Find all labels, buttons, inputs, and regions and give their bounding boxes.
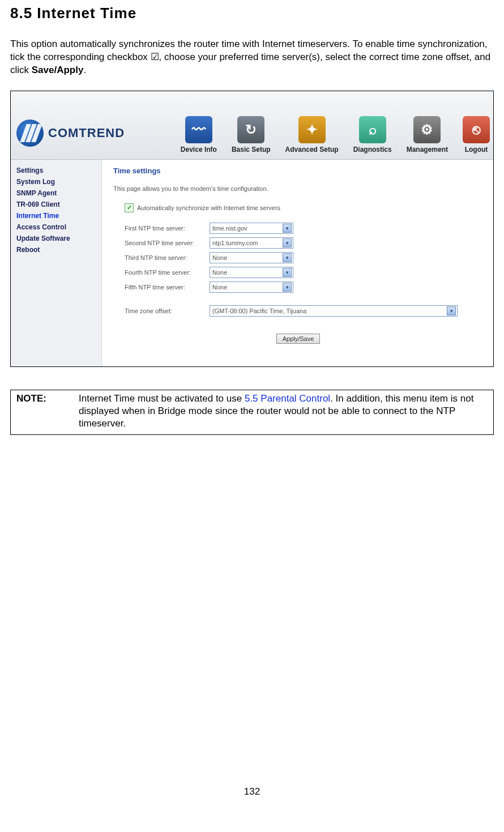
ntp-row-5: Fifth NTP time server: None ▾ [113,281,483,293]
ntp-row-2: Second NTP time server: ntp1.tummy.com ▾ [113,237,483,249]
panel-title: Time settings [113,167,483,175]
ntp-label: First NTP time server: [113,225,210,232]
checkbox-glyph: ☑ [151,52,159,62]
note-label: NOTE: [11,390,74,434]
nav-diagnostics[interactable]: ⌕ Diagnostics [353,116,392,153]
ntp-row-3: Third NTP time server: None ▾ [113,252,483,263]
note-before: Internet Time must be activated to use [79,393,245,404]
ntp-select-1[interactable]: time.nist.gov ▾ [210,223,293,234]
sidebar: Settings System Log SNMP Agent TR-069 Cl… [11,160,102,366]
ntp-label: Second NTP time server: [113,240,210,246]
nav-basic-setup[interactable]: ↻ Basic Setup [232,116,271,153]
nav-label: Device Info [181,146,217,153]
basic-setup-icon: ↻ [237,116,264,143]
nav-label: Basic Setup [232,146,271,153]
page-number: 132 [10,786,494,803]
apply-save-button[interactable]: Apply/Save [276,334,321,344]
intro-text-3: . [83,65,86,75]
device-info-icon: 〰 [185,116,212,143]
sidebar-item-internet-time[interactable]: Internet Time [16,212,96,220]
nav-label: Logout [465,146,488,153]
note-box: NOTE: Internet Time must be activated to… [10,390,494,435]
note-link[interactable]: 5.5 Parental Control [245,393,330,404]
nav-label: Management [407,146,448,153]
nav-label: Advanced Setup [285,146,339,153]
nav-device-info[interactable]: 〰 Device Info [181,116,217,153]
logo-icon [16,120,44,147]
nav-management[interactable]: ⚙ Management [407,116,448,153]
nav-logout[interactable]: ⎋ Logout [463,116,490,153]
section-heading: 8.5 Internet Time [10,5,494,22]
sidebar-item-reboot[interactable]: Reboot [16,246,96,254]
router-screenshot: COMTREND 〰 Device Info ↻ Basic Setup ✦ A… [10,91,494,367]
advanced-setup-icon: ✦ [298,116,326,143]
select-value: None [212,284,227,291]
sidebar-item-update-software[interactable]: Update Software [16,234,96,242]
sidebar-item-settings[interactable]: Settings [16,167,96,174]
chevron-down-icon: ▾ [283,253,292,262]
select-value: None [212,269,227,276]
logout-icon: ⎋ [463,116,490,143]
ntp-label: Third NTP time server: [113,254,210,261]
sync-row: ✓ Automatically synchronize with Interne… [113,203,483,212]
select-value: None [212,254,227,261]
logo: COMTREND [11,120,177,159]
ntp-label: Fifth NTP time server: [113,284,210,291]
chevron-down-icon: ▾ [283,268,292,277]
chevron-down-icon: ▾ [283,238,292,248]
select-value: time.nist.gov [212,225,247,232]
ntp-select-3[interactable]: None ▾ [210,252,293,263]
sidebar-item-access-control[interactable]: Access Control [16,223,96,231]
intro-paragraph: This option automatically synchronizes t… [10,38,494,77]
chevron-down-icon: ▾ [447,306,456,315]
ntp-select-4[interactable]: None ▾ [210,267,293,278]
nav-advanced-setup[interactable]: ✦ Advanced Setup [285,116,339,153]
ntp-label: Fourth NTP time server: [113,269,210,276]
logo-text: COMTREND [48,126,125,140]
panel-desc: This page allows you to the modem's time… [113,185,483,192]
ntp-row-1: First NTP time server: time.nist.gov ▾ [113,223,483,234]
select-value: ntp1.tummy.com [212,240,258,246]
management-icon: ⚙ [413,116,441,143]
select-value: (GMT-08:00) Pacific Time, Tijuana [212,308,306,314]
ntp-select-2[interactable]: ntp1.tummy.com ▾ [210,237,293,249]
note-text: Internet Time must be activated to use 5… [73,390,494,434]
ntp-select-5[interactable]: None ▾ [210,281,293,293]
chevron-down-icon: ▾ [283,283,292,292]
tz-select[interactable]: (GMT-08:00) Pacific Time, Tijuana ▾ [210,305,458,317]
ntp-row-4: Fourth NTP time server: None ▾ [113,267,483,278]
chevron-down-icon: ▾ [283,224,292,233]
sync-label: Automatically synchronize with Internet … [137,204,280,211]
content-panel: Time settings This page allows you to th… [102,160,493,366]
tz-label: Time zone offset: [113,308,210,314]
sync-checkbox[interactable]: ✓ [125,203,134,212]
diagnostics-icon: ⌕ [359,116,386,143]
tz-row: Time zone offset: (GMT-08:00) Pacific Ti… [113,305,483,317]
intro-bold: Save/Apply [32,65,84,75]
topbar: COMTREND 〰 Device Info ↻ Basic Setup ✦ A… [11,91,493,160]
sidebar-item-system-log[interactable]: System Log [16,178,96,186]
sidebar-item-tr069[interactable]: TR-069 Client [16,200,96,208]
sidebar-item-snmp-agent[interactable]: SNMP Agent [16,189,96,197]
nav-label: Diagnostics [353,146,392,153]
top-nav: 〰 Device Info ↻ Basic Setup ✦ Advanced S… [181,116,493,159]
